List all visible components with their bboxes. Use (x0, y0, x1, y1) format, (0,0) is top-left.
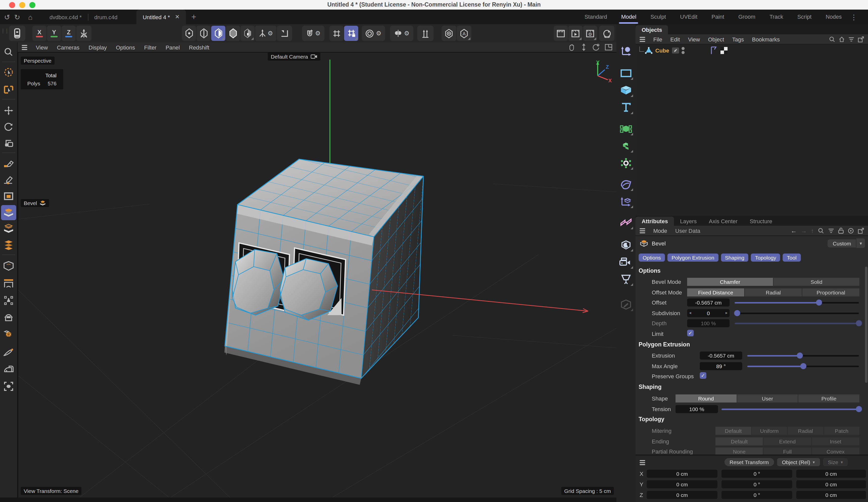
home-icon[interactable] (839, 36, 845, 42)
null-axis-icon[interactable] (618, 194, 634, 209)
attributes-menu-mode[interactable]: Mode (649, 228, 671, 233)
subdivide-cube-tool-icon[interactable] (1, 327, 16, 342)
scale-tool-icon[interactable] (1, 135, 16, 150)
close-polygon-hole-tool-icon[interactable] (1, 259, 16, 274)
coordinate-system-button[interactable] (76, 26, 91, 41)
render-view-button[interactable] (554, 26, 568, 41)
section-tab-topology[interactable]: Topology (751, 253, 781, 262)
section-tab-tool[interactable]: Tool (783, 253, 801, 262)
camera-object-icon[interactable] (618, 254, 634, 270)
popout-icon[interactable] (858, 228, 864, 233)
coord-y-rotation[interactable]: 0 ° (722, 480, 792, 488)
tab-attributes[interactable]: Attributes (636, 217, 674, 226)
move-axis-tool-icon[interactable] (618, 43, 634, 59)
viewport-menu-display[interactable]: Display (84, 44, 111, 50)
lock-x-axis-button[interactable]: X (32, 26, 46, 41)
motext-icon[interactable] (618, 100, 634, 115)
viewport-menu-view[interactable]: View (31, 44, 52, 50)
viewport-menu-cameras[interactable]: Cameras (52, 44, 84, 50)
viewport-menu-redshift[interactable]: Redshift (184, 44, 214, 50)
view-label[interactable]: Perspective (21, 56, 54, 65)
visibility-dots[interactable] (681, 47, 684, 54)
cube-primitive-icon[interactable] (618, 83, 634, 98)
bevel-tool-icon[interactable] (1, 205, 16, 220)
objects-menu-tags[interactable]: Tags (728, 36, 748, 42)
quantize-lock-button[interactable] (344, 26, 358, 41)
light-object-icon[interactable] (618, 272, 634, 287)
tweak-mode-button[interactable]: ⚙ (255, 26, 276, 41)
attributes-menu-user-data[interactable]: User Data (671, 228, 704, 233)
rectangle-selection-tool-icon[interactable] (1, 82, 16, 97)
spline-point-tool-icon[interactable] (1, 173, 16, 188)
spline-rectangle-icon[interactable] (618, 66, 634, 81)
sky-environment-icon[interactable] (618, 237, 634, 252)
tab-objects[interactable]: Objects (636, 25, 668, 34)
move-tool-icon[interactable] (1, 103, 16, 118)
layout-nodes[interactable]: Nodes (818, 10, 849, 24)
symmetry-gear-icon[interactable]: ⚙ (404, 30, 410, 37)
stepper-decrement-icon[interactable]: ◂ (689, 311, 691, 315)
smooth-subdivide-tool-icon[interactable] (1, 237, 16, 252)
layout-sculpt[interactable]: Sculpt (643, 10, 673, 24)
objects-menu-bookmarks[interactable]: Bookmarks (748, 36, 784, 42)
points-mode-button[interactable] (182, 26, 196, 41)
lock-y-axis-button[interactable]: Y (47, 26, 61, 41)
section-tab-shaping[interactable]: Shaping (721, 253, 748, 262)
tab-structure[interactable]: Structure (744, 217, 778, 226)
iron-tool-icon[interactable] (1, 362, 16, 377)
minimize-window-button[interactable] (19, 2, 25, 8)
coordinate-space-dropdown[interactable]: Object (Rel)▾ (777, 458, 820, 466)
beveled-cube[interactable] (224, 159, 423, 385)
rotate-tool-icon[interactable] (1, 119, 16, 134)
workplane-button[interactable] (277, 26, 292, 41)
section-tab-polygon-extrusion[interactable]: Polygon Extrusion (668, 253, 718, 262)
tweak-settings-gear-icon[interactable]: ⚙ (268, 30, 273, 37)
coord-z-rotation[interactable]: 0 ° (722, 491, 792, 499)
snap-settings-gear-icon[interactable]: ⚙ (315, 30, 321, 37)
viewport-menu-filter[interactable]: Filter (140, 44, 161, 50)
layout-groom[interactable]: Groom (731, 10, 762, 24)
attributes-menu-icon[interactable] (640, 228, 645, 233)
knife-tool-icon[interactable] (1, 344, 16, 359)
home-icon[interactable]: ⌂ (25, 13, 35, 21)
extrusion-slider[interactable] (747, 352, 859, 359)
extrude-tool-icon[interactable] (1, 221, 16, 236)
layout-paint[interactable]: Paint (704, 10, 731, 24)
layout-standard[interactable]: Standard (578, 10, 614, 24)
edges-mode-button[interactable] (197, 26, 211, 41)
live-selection-tool-icon[interactable] (1, 65, 16, 80)
coord-x-rotation[interactable]: 0 ° (722, 470, 792, 478)
align-normals-button[interactable] (417, 26, 434, 41)
isoline-editing-button[interactable] (442, 26, 456, 41)
polygons-mode-button[interactable] (211, 26, 225, 41)
track-focus-icon[interactable] (848, 228, 854, 233)
search-icon[interactable] (818, 228, 824, 233)
history-forward-icon[interactable]: → (801, 227, 807, 234)
coord-z-scale[interactable]: 0 cm (796, 491, 866, 499)
shape-user[interactable]: User (737, 395, 798, 402)
layout-model[interactable]: Model (614, 10, 643, 24)
symmetry-button[interactable]: ⚙ (390, 26, 413, 41)
snap-toggle-button[interactable]: ⚙ (302, 26, 324, 41)
bevel-mode-chamfer[interactable]: Chamfer (687, 278, 773, 286)
orbit-view-icon[interactable] (592, 43, 600, 51)
soft-selection-button[interactable]: ⚙ (362, 26, 385, 41)
stepper-increment-icon[interactable]: ▸ (725, 311, 727, 315)
tab-axis-center[interactable]: Axis Center (703, 217, 744, 226)
bend-deformer-icon[interactable] (618, 177, 634, 192)
coord-x-position[interactable]: 0 cm (647, 470, 717, 478)
objects-menu-file[interactable]: File (649, 36, 666, 42)
soft-selection-gear-icon[interactable]: ⚙ (376, 30, 381, 37)
layout-script[interactable]: Script (790, 10, 818, 24)
viewport-menu-options[interactable]: Options (111, 44, 140, 50)
close-tab-icon[interactable]: ✕ (175, 14, 179, 20)
section-tab-options[interactable]: Options (639, 253, 665, 262)
volume-builder-icon[interactable] (618, 138, 634, 154)
viewport-canvas[interactable]: Perspective Total Polys576 Default Camer… (18, 52, 617, 499)
objects-menu-object[interactable]: Object (704, 36, 728, 42)
objects-menu-icon[interactable] (640, 36, 645, 42)
tension-slider[interactable] (722, 405, 859, 413)
coord-y-position[interactable]: 0 cm (647, 480, 717, 488)
simulation-scene-icon[interactable] (618, 156, 634, 171)
viewport-menu-panel[interactable]: Panel (161, 44, 184, 50)
